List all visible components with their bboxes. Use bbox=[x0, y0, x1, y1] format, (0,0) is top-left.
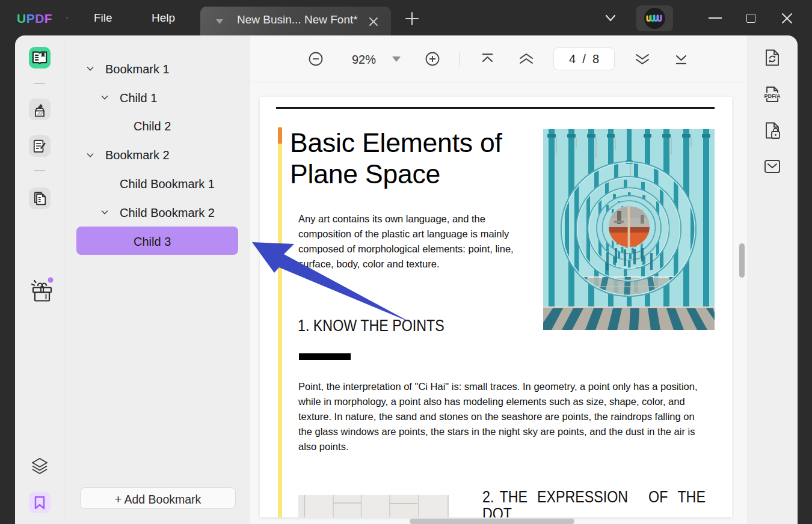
svg-text:PDF/A: PDF/A bbox=[764, 93, 781, 99]
